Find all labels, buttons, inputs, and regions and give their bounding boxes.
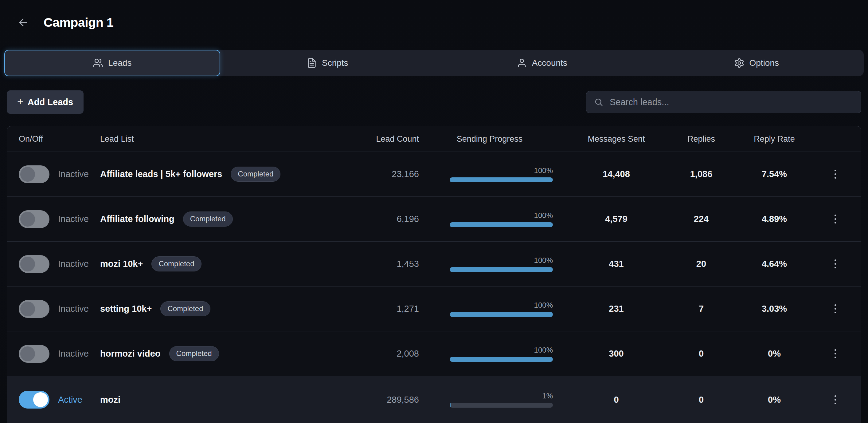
table-row: Active mozi 289,586 1% 0 0 0% [7, 376, 861, 423]
lead-list-name: Affiliate following [100, 214, 175, 224]
reply-rate: 0% [730, 348, 818, 359]
replies-count: 224 [672, 214, 730, 224]
add-leads-label: Add Leads [28, 97, 73, 107]
completed-badge: Completed [151, 256, 201, 272]
progress-bar-fill [450, 222, 553, 227]
progress-bar [450, 267, 553, 272]
progress-bar [450, 222, 553, 227]
completed-badge: Completed [231, 167, 280, 182]
onoff-toggle[interactable] [19, 345, 50, 363]
sending-progress: 100% [450, 256, 553, 272]
lead-count: 1,453 [364, 259, 419, 269]
arrow-left-icon [17, 17, 29, 28]
replies-count: 7 [672, 304, 730, 314]
tab-scripts[interactable]: Scripts [220, 50, 435, 76]
progress-percent-label: 100% [534, 211, 553, 220]
status-label: Inactive [58, 214, 89, 224]
lead-count: 289,586 [364, 395, 419, 405]
search-input[interactable] [586, 91, 861, 113]
messages-sent: 4,579 [560, 214, 672, 224]
lead-count: 6,196 [364, 214, 419, 224]
onoff-toggle[interactable] [19, 165, 50, 183]
reply-rate: 3.03% [730, 304, 818, 314]
tab-label: Scripts [322, 58, 348, 68]
toggle-knob [33, 392, 48, 407]
reply-rate: 0% [730, 395, 818, 405]
table-row: Inactive hormozi video Completed 2,008 1… [7, 331, 861, 376]
sending-progress: 1% [450, 392, 553, 407]
status-label: Active [58, 395, 82, 405]
table-row: Inactive Affiliate following Completed 6… [7, 196, 861, 241]
progress-bar-fill [450, 177, 553, 182]
progress-percent-label: 100% [534, 301, 553, 310]
tab-accounts[interactable]: Accounts [435, 50, 649, 76]
search-box [586, 91, 861, 113]
tab-options[interactable]: Options [649, 50, 864, 76]
toolbar: + Add Leads [7, 90, 861, 114]
status-label: Inactive [58, 304, 89, 314]
kebab-menu-icon[interactable] [827, 166, 843, 182]
table-row: Inactive setting 10k+ Completed 1,271 10… [7, 286, 861, 331]
onoff-toggle[interactable] [19, 210, 50, 228]
tab-label: Leads [108, 58, 131, 68]
completed-badge: Completed [169, 346, 219, 361]
progress-bar-fill [450, 357, 553, 362]
progress-bar [450, 177, 553, 182]
messages-sent: 300 [560, 348, 672, 359]
plus-icon: + [17, 96, 23, 107]
onoff-toggle[interactable] [19, 391, 50, 408]
col-header-replies: Replies [672, 134, 730, 144]
progress-percent-label: 100% [534, 256, 553, 265]
onoff-toggle[interactable] [19, 300, 50, 318]
col-header-reply-rate: Reply Rate [730, 134, 818, 144]
kebab-menu-icon[interactable] [827, 256, 843, 272]
toggle-knob [20, 167, 35, 182]
tab-label: Options [749, 58, 779, 68]
user-icon [517, 58, 527, 68]
toggle-knob [20, 257, 35, 272]
replies-count: 0 [672, 395, 730, 405]
toggle-knob [20, 346, 35, 361]
col-header-lead-list: Lead List [100, 134, 364, 144]
sending-progress: 100% [450, 211, 553, 227]
tab-label: Accounts [532, 58, 567, 68]
status-label: Inactive [58, 259, 89, 269]
reply-rate: 4.64% [730, 259, 818, 269]
kebab-menu-icon[interactable] [827, 346, 843, 362]
file-icon [307, 58, 317, 68]
kebab-menu-icon[interactable] [827, 392, 843, 407]
progress-percent-label: 1% [542, 392, 553, 400]
progress-bar [450, 403, 553, 407]
tab-leads[interactable]: Leads [4, 50, 220, 76]
lead-list-name: setting 10k+ [100, 304, 152, 314]
toggle-knob [20, 302, 35, 316]
progress-bar [450, 357, 553, 362]
back-button[interactable] [17, 17, 29, 28]
lead-list-name: mozi 10k+ [100, 259, 143, 269]
sending-progress: 100% [450, 166, 553, 182]
lead-count: 1,271 [364, 304, 419, 314]
sending-progress: 100% [450, 346, 553, 362]
col-header-messages-sent: Messages Sent [560, 134, 672, 144]
leads-table: On/Off Lead List Lead Count Sending Prog… [7, 126, 861, 423]
col-header-sending-progress: Sending Progress [419, 134, 560, 144]
kebab-menu-icon[interactable] [827, 301, 843, 317]
messages-sent: 14,408 [560, 169, 672, 179]
progress-bar-fill [450, 312, 553, 317]
completed-badge: Completed [160, 301, 210, 316]
page-header: Campaign 1 [0, 0, 868, 31]
tab-bar: Leads Scripts Accounts Options [4, 50, 864, 76]
sending-progress: 100% [450, 301, 553, 317]
messages-sent: 231 [560, 304, 672, 314]
table-header-row: On/Off Lead List Lead Count Sending Prog… [7, 126, 861, 151]
col-header-lead-count: Lead Count [364, 134, 419, 144]
add-leads-button[interactable]: + Add Leads [7, 90, 84, 114]
reply-rate: 7.54% [730, 169, 818, 179]
onoff-toggle[interactable] [19, 255, 50, 273]
progress-bar [450, 312, 553, 317]
lead-list-name: hormozi video [100, 348, 161, 359]
kebab-menu-icon[interactable] [827, 211, 843, 227]
col-header-onoff: On/Off [19, 134, 100, 144]
progress-bar-fill [450, 403, 451, 407]
replies-count: 20 [672, 259, 730, 269]
